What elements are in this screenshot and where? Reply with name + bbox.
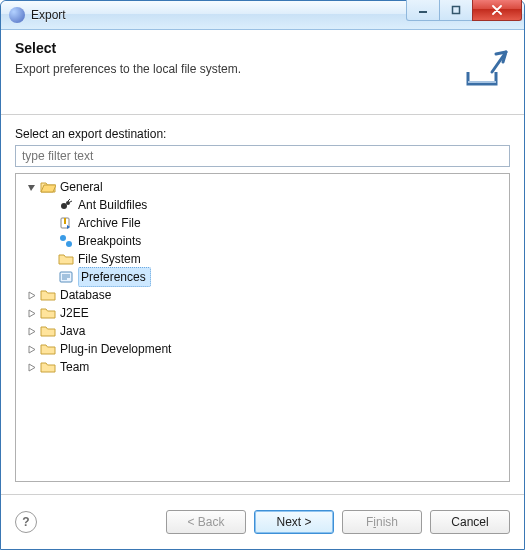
breakpoints-icon [58, 233, 74, 249]
svg-rect-1 [453, 7, 460, 14]
tree-node-archive[interactable]: Archive File [42, 214, 507, 232]
svg-point-7 [66, 241, 72, 247]
tree-node-ant[interactable]: Ant Buildfiles [42, 196, 507, 214]
svg-rect-0 [419, 11, 427, 13]
svg-rect-5 [64, 218, 66, 224]
tree-label: Breakpoints [78, 232, 141, 250]
expander-closed-icon[interactable] [26, 308, 36, 318]
tree-node-database[interactable]: Database [24, 286, 507, 304]
folder-icon [40, 341, 56, 357]
tree-node-general[interactable]: General Ant Buildfiles [24, 178, 507, 286]
svg-point-6 [60, 235, 66, 241]
tree-node-filesystem[interactable]: File System [42, 250, 507, 268]
folder-icon [40, 305, 56, 321]
wizard-header: Select Export preferences to the local f… [1, 30, 524, 115]
export-dialog: Export Select Export preferences to the … [0, 0, 525, 550]
minimize-button[interactable] [406, 0, 440, 21]
svg-point-2 [61, 203, 67, 209]
expander-open-icon[interactable] [26, 182, 36, 192]
folder-open-icon [40, 179, 56, 195]
tree-node-j2ee[interactable]: J2EE [24, 304, 507, 322]
page-subtitle: Export preferences to the local file sys… [15, 62, 510, 76]
cancel-button[interactable]: Cancel [430, 510, 510, 534]
tree-label: Java [60, 322, 85, 340]
tree-node-team[interactable]: Team [24, 358, 507, 376]
archive-icon [58, 215, 74, 231]
maximize-button[interactable] [439, 0, 473, 21]
tree-label: Team [60, 358, 89, 376]
export-tree[interactable]: General Ant Buildfiles [15, 173, 510, 482]
tree-label: J2EE [60, 304, 89, 322]
tree-label: Preferences [78, 267, 151, 287]
tree-label: Database [60, 286, 111, 304]
tree-label: File System [78, 250, 141, 268]
ant-icon [58, 197, 74, 213]
close-button[interactable] [472, 0, 522, 21]
tree-label: Ant Buildfiles [78, 196, 147, 214]
folder-icon [40, 359, 56, 375]
titlebar[interactable]: Export [1, 1, 524, 30]
filter-input[interactable] [15, 145, 510, 167]
export-icon [462, 44, 510, 92]
expander-closed-icon[interactable] [26, 290, 36, 300]
tree-node-java[interactable]: Java [24, 322, 507, 340]
wizard-footer: ? < Back Next > Finish Cancel [1, 494, 524, 549]
help-icon[interactable]: ? [15, 511, 37, 533]
folder-icon [58, 251, 74, 267]
window-title: Export [31, 8, 66, 22]
folder-icon [40, 287, 56, 303]
tree-node-breakpoints[interactable]: Breakpoints [42, 232, 507, 250]
wizard-body: Select an export destination: General [1, 115, 524, 494]
expander-closed-icon[interactable] [26, 326, 36, 336]
window-controls [407, 0, 522, 21]
folder-icon [40, 323, 56, 339]
tree-node-preferences[interactable]: Preferences [42, 268, 507, 286]
tree-node-plugin[interactable]: Plug-in Development [24, 340, 507, 358]
app-icon [9, 7, 25, 23]
back-button[interactable]: < Back [166, 510, 246, 534]
tree-label: Plug-in Development [60, 340, 171, 358]
preferences-icon [58, 269, 74, 285]
svg-point-3 [66, 201, 70, 205]
tree-label: General [60, 178, 103, 196]
destination-label: Select an export destination: [15, 127, 510, 141]
tree-label: Archive File [78, 214, 141, 232]
page-title: Select [15, 40, 510, 56]
expander-closed-icon[interactable] [26, 362, 36, 372]
next-button[interactable]: Next > [254, 510, 334, 534]
expander-closed-icon[interactable] [26, 344, 36, 354]
finish-button[interactable]: Finish [342, 510, 422, 534]
